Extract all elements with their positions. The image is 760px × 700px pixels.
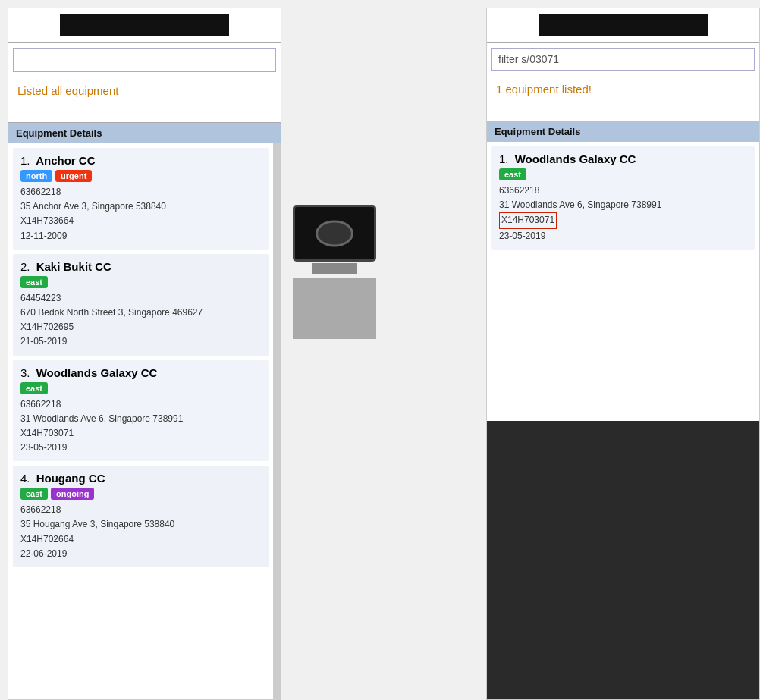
- tag-east: east: [20, 488, 48, 500]
- list-item: 3. Woodlands Galaxy CC east 63662218 31 …: [13, 360, 269, 462]
- item-title: 4. Hougang CC: [20, 472, 261, 485]
- item-detail: 63662218 31 Woodlands Ave 6, Singapore 7…: [499, 184, 747, 243]
- camera-lens: [316, 220, 353, 246]
- left-input-area[interactable]: [13, 48, 276, 72]
- left-panel-title: [8, 8, 281, 43]
- dark-overlay: [487, 421, 759, 700]
- camera-body: [293, 205, 376, 262]
- item-tags: east ongoing: [20, 488, 261, 500]
- camera-base: [312, 263, 357, 274]
- right-panel-title: [487, 8, 759, 43]
- right-panel: 1 equipment listed! Equipment Details 1.…: [486, 8, 760, 700]
- left-panel: Listed all equipment Equipment Details 1…: [8, 8, 281, 700]
- left-command-input[interactable]: [20, 54, 269, 66]
- item-title: 3. Woodlands Galaxy CC: [20, 366, 261, 379]
- divider: [281, 0, 388, 700]
- highlighted-code: X14H703071: [499, 212, 557, 228]
- item-title: 1. Anchor CC: [20, 154, 261, 167]
- item-title: 1. Woodlands Galaxy CC: [499, 152, 747, 165]
- tag-east: east: [499, 168, 526, 180]
- list-item: 2. Kaki Bukit CC east 64454223 670 Bedok…: [13, 254, 269, 356]
- list-item: 1. Woodlands Galaxy CC east 63662218 31 …: [491, 146, 755, 250]
- item-title: 2. Kaki Bukit CC: [20, 260, 261, 273]
- right-status-text: 1 equipment listed!: [487, 75, 759, 121]
- item-detail: 63662218 35 Anchor Ave 3, Singapore 5388…: [20, 185, 261, 243]
- list-item: 1. Anchor CC north urgent 63662218 35 An…: [13, 148, 269, 250]
- left-status-text: Listed all equipment: [8, 77, 281, 122]
- right-input-area[interactable]: [491, 48, 755, 71]
- item-detail: 63662218 35 Hougang Ave 3, Singapore 538…: [20, 503, 261, 561]
- right-list-inner: 1. Woodlands Galaxy CC east 63662218 31 …: [487, 142, 759, 421]
- left-section-header: Equipment Details: [8, 122, 281, 143]
- camera-area: [293, 205, 376, 339]
- right-command-input[interactable]: [498, 53, 748, 65]
- item-tags: east: [20, 382, 261, 394]
- item-detail: 63662218 31 Woodlands Ave 6, Singapore 7…: [20, 397, 261, 456]
- tag-north: north: [20, 170, 52, 182]
- item-tags: east: [499, 168, 747, 180]
- tag-urgent: urgent: [55, 170, 92, 182]
- tag-ongoing: ongoing: [51, 488, 94, 500]
- list-item: 4. Hougang CC east ongoing 63662218 35 H…: [13, 466, 269, 567]
- left-list-container: 1. Anchor CC north urgent 63662218 35 An…: [8, 143, 281, 699]
- tag-east: east: [20, 382, 48, 394]
- right-list-container: 1. Woodlands Galaxy CC east 63662218 31 …: [487, 142, 759, 421]
- left-list-inner: 1. Anchor CC north urgent 63662218 35 An…: [8, 143, 273, 699]
- tag-east: east: [20, 276, 48, 288]
- item-detail: 64454223 670 Bedok North Street 3, Singa…: [20, 291, 261, 350]
- camera-stand: [293, 278, 376, 339]
- item-tags: north urgent: [20, 170, 261, 182]
- scrollbar[interactable]: [273, 143, 281, 699]
- right-section-header: Equipment Details: [487, 121, 759, 142]
- item-tags: east: [20, 276, 261, 288]
